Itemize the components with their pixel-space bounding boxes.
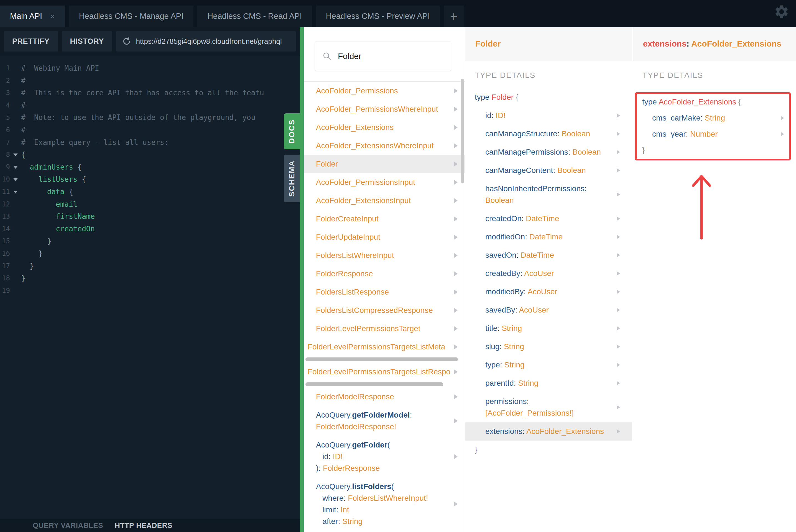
type-field-row[interactable]: permissions:[AcoFolder_Permissions!] — [465, 392, 632, 422]
chevron-right-icon — [454, 501, 458, 507]
type-field-row[interactable]: createdBy: AcoUser — [465, 264, 632, 283]
chevron-right-icon — [454, 271, 458, 276]
chevron-right-icon — [617, 150, 620, 154]
settings-gear-icon[interactable] — [774, 4, 789, 19]
chevron-right-icon — [617, 381, 620, 385]
chevron-right-icon — [454, 125, 458, 130]
type-field-row[interactable]: canManageContent: Boolean — [465, 161, 632, 179]
horizontal-scrollbar[interactable] — [305, 382, 443, 386]
panel-title: extensions: AcoFolder_Extensions — [643, 39, 781, 49]
docs-list-item[interactable]: FoldersListWhereInput — [304, 246, 465, 265]
fold-caret-icon[interactable] — [13, 178, 18, 181]
chevron-right-icon — [617, 363, 620, 367]
http-headers-tab[interactable]: HTTP HEADERS — [115, 521, 172, 530]
type-field-row[interactable]: canManagePermissions: Boolean — [465, 143, 632, 161]
code-line: 3# This is the core API that has access … — [0, 87, 300, 99]
tab-label: Headless CMS - Preview API — [326, 5, 430, 27]
line-number: 14 — [0, 223, 10, 235]
code-line: 9 adminUsers { — [0, 161, 300, 173]
type-field-row[interactable]: extensions: AcoFolder_Extensions — [465, 422, 632, 440]
docs-list-item[interactable]: FoldersListResponse — [304, 283, 465, 301]
docs-list-item[interactable]: AcoFolder_Extensions — [304, 118, 465, 137]
docs-list-item[interactable]: FolderLevelPermissionsTargetsListRespo — [304, 363, 465, 381]
chevron-right-icon — [454, 308, 458, 313]
reload-icon — [122, 37, 131, 46]
docs-list-item[interactable]: AcoFolder_ExtensionsWhereInput — [304, 137, 465, 155]
chevron-right-icon — [454, 107, 458, 112]
line-number: 19 — [0, 285, 10, 297]
history-button[interactable]: HISTORY — [62, 31, 112, 52]
tab-close-icon[interactable]: × — [50, 12, 55, 21]
tab[interactable]: Headless CMS - Manage API — [69, 5, 193, 27]
chevron-right-icon — [454, 89, 458, 93]
schema-tab[interactable]: SCHEMA — [284, 155, 300, 202]
type-field-row[interactable]: cms_carMake: String — [637, 110, 789, 126]
docs-list-item[interactable]: AcoFolder_Permissions — [304, 82, 465, 100]
docs-vertical-scrollbar[interactable] — [461, 79, 464, 184]
tab[interactable]: Headless CMS - Preview API — [316, 5, 440, 27]
type-field-row[interactable]: cms_year: Number — [637, 126, 789, 142]
red-arrow-annotation — [688, 169, 715, 247]
type-field-row[interactable]: hasNonInheritedPermissions:Boolean — [465, 179, 632, 209]
type-field-row[interactable]: slug: String — [465, 338, 632, 356]
prettify-button[interactable]: PRETTIFY — [4, 31, 58, 52]
line-number: 9 — [0, 161, 10, 173]
docs-list-item[interactable]: AcoFolder_PermissionsWhereInput — [304, 100, 465, 118]
type-field-row[interactable]: savedOn: DateTime — [465, 246, 632, 264]
fold-caret-icon[interactable] — [13, 166, 18, 169]
type-field-row[interactable]: type: String — [465, 356, 632, 374]
tab[interactable]: Main API× — [0, 5, 65, 27]
query-variables-tab[interactable]: QUERY VARIABLES — [33, 521, 103, 530]
line-number: 15 — [0, 235, 10, 247]
docs-explorer-panel: Folder AcoFolder_PermissionsAcoFolder_Pe… — [304, 27, 465, 532]
type-field-row[interactable]: modifiedOn: DateTime — [465, 228, 632, 246]
line-number: 13 — [0, 210, 10, 223]
docs-search-input[interactable]: Folder — [315, 41, 451, 71]
docs-tab[interactable]: DOCS — [284, 113, 300, 149]
type-field-row[interactable]: parentId: String — [465, 374, 632, 392]
chevron-right-icon — [781, 116, 784, 120]
chevron-right-icon — [617, 344, 620, 349]
docs-list-item[interactable]: FolderUpdateInput — [304, 228, 465, 246]
docs-list-item[interactable]: AcoQuery.getFolder( id: ID!): FolderResp… — [304, 436, 465, 477]
tab[interactable]: Headless CMS - Read API — [197, 5, 312, 27]
tab-label: Headless CMS - Manage API — [79, 5, 184, 27]
line-number: 5 — [0, 111, 10, 124]
type-field-row[interactable]: modifiedBy: AcoUser — [465, 283, 632, 301]
docs-panel-divider[interactable] — [300, 27, 304, 532]
chevron-right-icon — [454, 162, 458, 167]
docs-list-item[interactable]: FolderResponse — [304, 265, 465, 283]
line-number: 4 — [0, 99, 10, 112]
docs-list-item[interactable]: Folder — [304, 155, 465, 173]
line-number: 7 — [0, 136, 10, 149]
chevron-right-icon — [454, 180, 458, 185]
type-field-row[interactable]: canManageStructure: Boolean — [465, 125, 632, 143]
code-editor[interactable]: 1# Webiny Main API2#3# This is the core … — [0, 56, 300, 297]
chevron-right-icon — [454, 369, 458, 374]
chevron-right-icon — [454, 143, 458, 148]
docs-list-item[interactable]: FolderLevelPermissionsTarget — [304, 320, 465, 338]
code-line: 18} — [0, 272, 300, 285]
horizontal-scrollbar[interactable] — [305, 358, 458, 361]
docs-list-item[interactable]: AcoQuery.getFolderModel:FolderModelRespo… — [304, 406, 465, 436]
type-field-list: cms_carMake: Stringcms_year: Number — [637, 110, 789, 142]
endpoint-url-field[interactable]: https://d2785gi4qi6pw8.cloudfront.net/gr… — [116, 31, 296, 52]
fold-caret-icon[interactable] — [13, 191, 18, 193]
docs-list-item[interactable]: FolderLevelPermissionsTargetsListMeta — [304, 338, 465, 356]
type-field-row[interactable]: id: ID! — [465, 107, 632, 125]
fold-caret-icon[interactable] — [13, 153, 18, 156]
new-tab-button[interactable]: + — [444, 5, 464, 27]
docs-list-item[interactable]: FolderCreateInput — [304, 210, 465, 228]
type-field-row[interactable]: savedBy: AcoUser — [465, 301, 632, 319]
chevron-right-icon — [454, 454, 458, 459]
chevron-right-icon — [454, 289, 458, 294]
line-number: 6 — [0, 124, 10, 136]
docs-list-item[interactable]: FolderModelResponse — [304, 388, 465, 406]
docs-list-item[interactable]: AcoQuery.listFolders( where: FoldersList… — [304, 477, 465, 531]
docs-list-item[interactable]: AcoFolder_PermissionsInput — [304, 173, 465, 191]
type-field-row[interactable]: title: String — [465, 319, 632, 338]
docs-list-item[interactable]: FoldersListCompressedResponse — [304, 301, 465, 320]
type-field-row[interactable]: createdOn: DateTime — [465, 209, 632, 228]
docs-list-item[interactable]: AcoFolder_ExtensionsInput — [304, 191, 465, 210]
chevron-right-icon — [617, 192, 620, 197]
